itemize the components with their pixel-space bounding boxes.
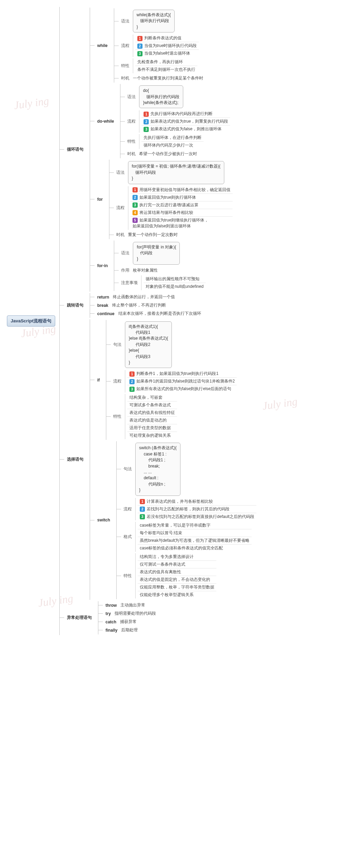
return-desc: 终止函数体的运行，并返回一个值 bbox=[111, 294, 177, 300]
while-trait-2: 条件不满足则循环一次也不执行 bbox=[135, 66, 197, 73]
switch-trait-1: 结构简洁，专为多重选择设计 bbox=[138, 553, 216, 561]
label-format: 格式 bbox=[122, 533, 134, 540]
dowhile-flow-2: 2如果表达式的值为true，则重复执行代码段 bbox=[141, 118, 230, 125]
for-flow-1: 1用循环变量初始值与循环条件相比较，确定返回值 bbox=[130, 186, 233, 194]
node-switch: switch bbox=[95, 517, 112, 523]
label-flow: 流程 bbox=[111, 378, 123, 385]
if-trait-5: 适用于任意类型的数据 bbox=[127, 424, 177, 432]
catch-desc: 捕获异常 bbox=[118, 619, 138, 625]
badge-1-icon: 1 bbox=[133, 187, 138, 192]
label-syntax: 语法 bbox=[115, 169, 126, 176]
dowhile-flow-3: 3如果表达式的值为false，则推出循环体 bbox=[141, 125, 230, 133]
switch-trait-6: 仅能处理多个枚举型逻辑关系 bbox=[138, 591, 216, 598]
cat-except: 异常处理语句 bbox=[65, 614, 94, 622]
label-flow: 流程 bbox=[126, 118, 137, 125]
label-flow: 流程 bbox=[119, 42, 131, 49]
node-throw: throw bbox=[104, 602, 119, 609]
if-flow-2: 2如果条件1的返回值为false则跳过语句块1并检测条件2 bbox=[127, 378, 237, 385]
badge-3-icon: 3 bbox=[133, 202, 138, 208]
label-trait: 特性 bbox=[111, 413, 123, 420]
for-flow-5: 5如果返回值为true则继续执行循环体， 如果返回值为false则退出循环体 bbox=[130, 217, 233, 230]
node-while: while bbox=[95, 42, 110, 49]
label-use: 作用 bbox=[119, 267, 131, 274]
for-flow-2: 2如果返回值为true则执行循环体 bbox=[130, 194, 233, 201]
label-syntax2: 句法 bbox=[111, 341, 123, 348]
badge-1-icon: 1 bbox=[140, 499, 145, 504]
if-trait-3: 表达式的值具有线性特征 bbox=[127, 409, 177, 417]
label-timing: 时机 bbox=[119, 75, 131, 82]
mindmap-root-container: JavaScript流程语句 循环语句 while 语法while(条件表达式)… bbox=[7, 7, 346, 635]
label-flow: 流程 bbox=[115, 204, 126, 211]
while-trait-1: 先检查条件，再执行循环 bbox=[135, 58, 197, 66]
cat-loop: 循环语句 bbox=[65, 145, 86, 153]
while-flow-1: 1判断条件表达式的值 bbox=[135, 35, 199, 42]
forin-note-2: 对象的值不能是null或undefined bbox=[144, 283, 205, 290]
node-if: if bbox=[95, 377, 102, 384]
for-code: for(循环变量 = 初值; 循环条件;递增/递减计数器){ 循环代码段 } bbox=[128, 161, 224, 184]
badge-3-icon: 3 bbox=[144, 127, 149, 132]
cat-jump: 跳转语句 bbox=[65, 301, 86, 309]
dowhile-timing: 希望一个动作至少被执行一次时 bbox=[137, 151, 199, 157]
node-try: try bbox=[104, 610, 113, 617]
switch-format-4: case标签的值必须和条件表达式的值完全匹配 bbox=[138, 545, 252, 552]
label-timing: 时机 bbox=[126, 150, 137, 158]
break-desc: 终止整个循环，不再进行判断 bbox=[110, 302, 168, 309]
node-catch: catch bbox=[104, 619, 118, 625]
switch-trait-3: 表达式的值具有离散性 bbox=[138, 568, 216, 576]
for-flow-3: 3执行完一次后进行递增/递减运算 bbox=[130, 201, 233, 209]
while-flow-2: 2当值为true时循环执行代码段 bbox=[135, 42, 199, 50]
label-syntax: 语法 bbox=[119, 249, 131, 257]
dowhile-trait-2: 循环体内代码至少执行一次 bbox=[141, 142, 204, 149]
badge-5-icon: 5 bbox=[133, 218, 138, 223]
label-flow: 流程 bbox=[122, 506, 134, 513]
switch-flow-3: 3若没有找到与之匹配的标签则直接执行default之后的代码段 bbox=[138, 513, 256, 520]
badge-1-icon: 1 bbox=[137, 36, 143, 41]
switch-format-1: case标签为常量，可以是字符串或数字 bbox=[138, 522, 252, 529]
while-code: while(条件表达式){ 循环执行代码段 } bbox=[133, 10, 175, 32]
continue-desc: 结束本次循环，接着去判断是否执行下次循环 bbox=[117, 310, 203, 317]
label-trait: 特性 bbox=[119, 62, 131, 69]
forin-note-1: 循环输出的属性顺序不可预知 bbox=[144, 275, 205, 283]
badge-3-icon: 3 bbox=[129, 387, 135, 392]
label-syntax: 语法 bbox=[126, 93, 137, 101]
badge-2-icon: 2 bbox=[129, 379, 135, 384]
dowhile-flow-1: 1先执行循环体内代码段再进行判断 bbox=[141, 110, 230, 118]
if-trait-6: 可处理复杂的逻辑关系 bbox=[127, 432, 177, 439]
switch-trait-2: 仅可测试一条条件表达式 bbox=[138, 561, 216, 568]
switch-flow-1: 1计算表达式的值，并与各标签相比较 bbox=[138, 498, 256, 506]
badge-4-icon: 4 bbox=[133, 210, 138, 215]
badge-2-icon: 2 bbox=[140, 507, 145, 512]
badge-1-icon: 1 bbox=[129, 371, 135, 377]
label-note: 注意事项 bbox=[119, 279, 139, 286]
label-trait: 特性 bbox=[126, 138, 137, 145]
node-finally: finally bbox=[104, 627, 120, 634]
label-trait: 特性 bbox=[122, 572, 134, 579]
switch-format-3: 虽然break与default为可选项，但为了逻辑清晰最好不要省略 bbox=[138, 537, 252, 545]
if-flow-3: 3如果所有表达式的值均为false则执行else后面的语句 bbox=[127, 385, 237, 393]
node-continue: continue bbox=[95, 310, 117, 317]
forin-code: for(声明变量 in 对象){ 代码段 } bbox=[133, 242, 180, 265]
switch-trait-5: 仅能应用整数，枚举，字符串等类型数据 bbox=[138, 584, 216, 591]
label-syntax2: 句法 bbox=[122, 465, 134, 473]
label-timing: 时机 bbox=[115, 231, 126, 238]
switch-code: switch (条件表达式){ case 标签1 : 代码段1 ; break;… bbox=[135, 443, 180, 496]
switch-flow-2: 2若找到与之匹配的标签，则执行其后的代码段 bbox=[138, 506, 256, 513]
while-timing: 一个动作被重复执行到满足某个条件时 bbox=[131, 75, 205, 82]
badge-2-icon: 2 bbox=[133, 195, 138, 200]
if-trait-4: 表达式的值是动态的 bbox=[127, 417, 177, 424]
throw-desc: 主动抛出异常 bbox=[119, 602, 147, 608]
root-node: JavaScript流程语句 bbox=[7, 315, 55, 327]
finally-desc: 后期处理 bbox=[119, 627, 139, 633]
if-trait-2: 可测试多个条件表达式 bbox=[127, 402, 177, 409]
node-for: for bbox=[95, 196, 105, 203]
badge-2-icon: 2 bbox=[137, 44, 143, 49]
forin-use: 枚举对象属性 bbox=[131, 267, 159, 274]
if-flow-1: 1判断条件1，如果返回值为true则执行代码段1 bbox=[127, 370, 237, 378]
if-code: if(条件表达式1){ 代码段1 }else if(条件表达式2){ 代码段2 … bbox=[125, 321, 172, 368]
node-break: break bbox=[95, 302, 110, 309]
switch-trait-4: 表达式的值是固定的，不会动态变化的 bbox=[138, 576, 216, 584]
node-dowhile: do-while bbox=[95, 118, 116, 125]
switch-format-2: 每个标签均以冒号:结束 bbox=[138, 529, 252, 537]
while-flow-3: 3当值为false时退出循环体 bbox=[135, 50, 199, 57]
node-forin: for-in bbox=[95, 262, 110, 269]
